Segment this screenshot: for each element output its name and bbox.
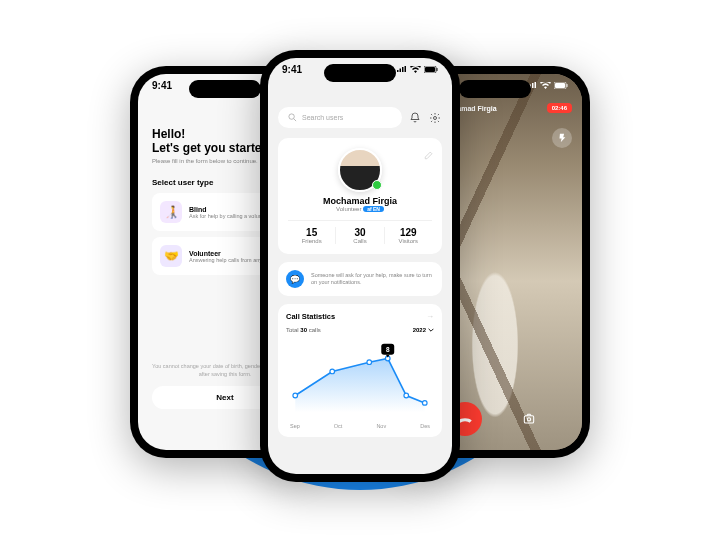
flashlight-button[interactable] (552, 128, 572, 148)
svg-rect-5 (437, 68, 438, 71)
notch (189, 80, 261, 98)
settings-button[interactable] (428, 111, 442, 125)
profile-phone: 9:41 Search users Mochamad Firgia Volunt… (260, 50, 460, 482)
svg-point-11 (367, 360, 372, 365)
status-icons (527, 80, 568, 91)
avatar[interactable] (338, 148, 382, 192)
search-input[interactable]: Search users (278, 107, 402, 128)
clock: 9:41 (282, 64, 302, 75)
svg-point-8 (434, 116, 437, 119)
svg-point-9 (293, 394, 298, 399)
year-selector[interactable]: 2022 (413, 327, 434, 333)
chat-icon: 💬 (286, 270, 304, 288)
svg-rect-19 (524, 416, 533, 423)
notification-hint[interactable]: 💬 Someone will ask for your help, make s… (278, 262, 442, 296)
notifications-button[interactable] (408, 111, 422, 125)
blind-icon: 🧑‍🦯 (160, 201, 182, 223)
flip-camera-button[interactable] (516, 406, 542, 432)
stat-calls[interactable]: 30Calls (335, 227, 383, 244)
chart-tooltip-value: 8 (386, 346, 390, 353)
chart-total: Total 30 calls (286, 327, 321, 333)
stat-friends[interactable]: 15Friends (288, 227, 335, 244)
language-badge: af EN (363, 206, 384, 212)
bell-icon (409, 112, 421, 124)
chart-x-axis: Sep Oct Nov Des (286, 423, 434, 429)
status-icons (397, 66, 438, 73)
chart-expand-button[interactable]: → (426, 312, 434, 321)
svg-point-10 (330, 370, 335, 375)
flash-icon (557, 133, 567, 143)
profile-card: Mochamad Firgia Volunteer af EN 15Friend… (278, 138, 442, 254)
gear-icon (429, 112, 441, 124)
svg-point-6 (289, 114, 294, 119)
svg-rect-4 (425, 67, 435, 72)
chevron-down-icon (428, 327, 434, 333)
search-icon (288, 113, 297, 122)
stat-visitors[interactable]: 129Visitors (384, 227, 432, 244)
volunteer-icon: 🤝 (160, 245, 182, 267)
chart-card: Call Statistics → Total 30 calls 2022 8 … (278, 304, 442, 437)
profile-role: Volunteer af EN (288, 206, 432, 212)
call-timer: 02:46 (547, 103, 572, 113)
svg-point-13 (404, 394, 409, 399)
chart-title: Call Statistics (286, 312, 335, 321)
profile-name: Mochamad Firgia (288, 196, 432, 206)
clock: 9:41 (152, 80, 172, 91)
svg-point-20 (527, 418, 530, 421)
notch (324, 64, 396, 82)
hint-text: Someone will ask for your help, make sur… (311, 272, 434, 286)
notch (459, 80, 531, 98)
svg-point-14 (422, 401, 427, 406)
line-chart: 8 (286, 337, 434, 417)
svg-rect-18 (567, 84, 568, 87)
svg-line-7 (294, 119, 296, 121)
search-placeholder: Search users (302, 114, 343, 121)
flip-camera-icon (521, 411, 537, 427)
svg-rect-17 (555, 83, 565, 88)
